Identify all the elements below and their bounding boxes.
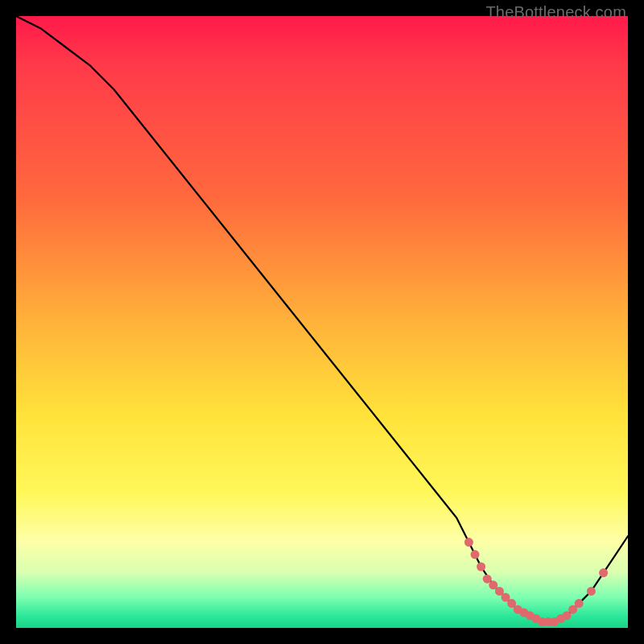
highlight-dot	[477, 563, 485, 572]
highlight-dot	[471, 550, 480, 559]
chart-frame: TheBottleneck.com	[0, 0, 644, 644]
highlight-dot	[587, 587, 596, 596]
curve-layer	[16, 16, 628, 628]
watermark-text: TheBottleneck.com	[485, 3, 626, 22]
highlight-dot	[599, 568, 608, 577]
bottleneck-curve	[16, 16, 628, 621]
highlight-dots	[464, 538, 608, 626]
highlight-dot	[464, 538, 473, 547]
gradient-plot-area	[16, 16, 628, 628]
highlight-dot	[575, 599, 584, 608]
